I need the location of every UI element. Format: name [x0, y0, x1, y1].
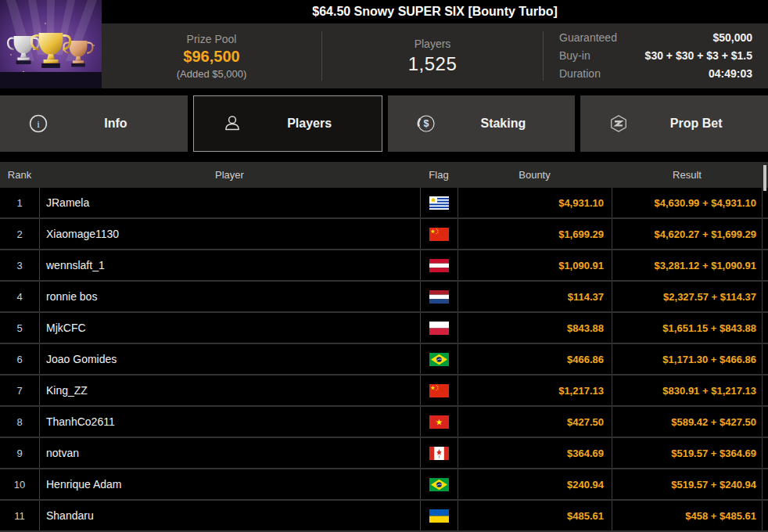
result-cell: $3,281.12 + $1,090.91 [612, 250, 763, 280]
prop-bet-icon [608, 113, 629, 134]
table-row[interactable]: 7King_ZZ$1,217.13$830.91 + $1,217.13 [0, 376, 768, 407]
svg-text:$: $ [423, 118, 429, 129]
table-row[interactable]: 10Henrique Adam$240.94$519.57 + $240.94 [0, 469, 768, 501]
column-header-flag: Flag [420, 169, 458, 181]
rank-cell: 3 [0, 250, 39, 280]
scrollbar-track [763, 219, 768, 249]
detail-row-buy-in: Buy-in$30 + $30 + $3 + $1.5 [559, 49, 752, 63]
players-table-body: 1JRamela$4,931.10$4,630.99 + $4,931.102X… [0, 188, 768, 532]
flag-cell [420, 344, 458, 374]
tournament-window: $64.50 Snowy SUPER SIX [Bounty Turbo] Pr… [0, 0, 768, 532]
flag-cell [420, 376, 458, 405]
tournament-header: $64.50 Snowy SUPER SIX [Bounty Turbo] Pr… [0, 0, 768, 88]
scrollbar-track [763, 313, 768, 343]
bounty-cell: $4,931.10 [458, 188, 612, 217]
player-name-cell: ronnie bos [39, 282, 420, 311]
flag-cell [420, 250, 458, 280]
rank-cell: 4 [0, 282, 39, 311]
flag-cell [420, 313, 458, 343]
header-right: $64.50 Snowy SUPER SIX [Bounty Turbo] Pr… [102, 0, 768, 88]
result-cell: $1,651.15 + $843.88 [612, 313, 763, 343]
player-name-cell: JRamela [39, 188, 420, 217]
players-value: 1,525 [408, 53, 458, 75]
player-name-cell: ThanhCo2611 [39, 407, 420, 437]
bounty-cell: $240.94 [458, 469, 612, 499]
prize-pool-added: (Added $5,000) [177, 68, 247, 80]
detail-value: $50,000 [712, 31, 752, 45]
table-row[interactable]: 5MjkCFC$843.88$1,651.15 + $843.88 [0, 313, 768, 344]
china-flag-icon [429, 384, 449, 397]
result-cell: $4,620.27 + $1,699.29 [612, 219, 763, 249]
table-row[interactable]: 9notvan$364.69$519.57 + $364.69 [0, 438, 768, 469]
result-cell: $458 + $485.61 [612, 501, 763, 530]
tournament-summary-panel: Prize Pool $96,500 (Added $5,000) Player… [102, 23, 768, 88]
detail-value: 04:49:03 [709, 67, 752, 81]
tournament-details-section: Guaranteed$50,000Buy-in$30 + $30 + $3 + … [544, 23, 768, 88]
result-cell: $4,630.99 + $4,931.10 [612, 188, 763, 217]
player-name-cell: MjkCFC [39, 313, 420, 343]
austria-flag-icon [429, 259, 449, 272]
rank-cell: 8 [0, 407, 39, 437]
china-flag-icon [429, 228, 449, 241]
tab-staking[interactable]: $Staking [388, 95, 576, 152]
player-name-cell: Joao Gomides [39, 344, 420, 374]
table-row[interactable]: 8ThanhCo2611$427.50$589.42 + $427.50 [0, 407, 768, 438]
table-row[interactable]: 1JRamela$4,931.10$4,630.99 + $4,931.10 [0, 188, 768, 219]
tab-bar: iInfoPlayers$StakingProp Bet [0, 95, 768, 152]
players-count-section: Players 1,525 [322, 23, 543, 88]
staking-icon: $ [416, 113, 436, 134]
uruguay-flag-icon [429, 196, 449, 210]
player-name-cell: Henrique Adam [39, 469, 420, 499]
scrollbar-thumb[interactable] [763, 165, 766, 191]
rank-cell: 5 [0, 313, 39, 343]
flag-cell [420, 219, 458, 249]
flag-cell [420, 501, 458, 530]
brazil-flag-icon [429, 353, 449, 366]
rank-cell: 7 [0, 376, 39, 405]
rank-cell: 11 [0, 501, 39, 530]
bounty-cell: $1,699.29 [458, 219, 612, 249]
flag-cell [420, 438, 458, 468]
bounty-cell: $364.69 [458, 438, 612, 468]
rank-cell: 6 [0, 344, 39, 374]
column-header-player: Player [39, 169, 420, 181]
table-row[interactable]: 2Xiaomage1130$1,699.29$4,620.27 + $1,699… [0, 219, 768, 250]
rank-cell: 1 [0, 188, 39, 217]
scrollbar-track [763, 501, 768, 530]
detail-label: Guaranteed [559, 31, 617, 45]
player-name-cell: notvan [39, 438, 420, 468]
column-header-result: Result [612, 169, 763, 181]
scrollbar-track [763, 469, 768, 499]
scrollbar-track [763, 344, 768, 374]
bounty-cell: $843.88 [458, 313, 612, 343]
tab-info[interactable]: iInfo [0, 95, 188, 152]
column-header-rank: Rank [0, 169, 39, 181]
canada-flag-icon [429, 447, 449, 460]
rank-cell: 2 [0, 219, 39, 249]
info-icon: i [28, 113, 48, 134]
bounty-cell: $427.50 [458, 407, 612, 437]
table-row[interactable]: 4ronnie bos$114.37$2,327.57 + $114.37 [0, 282, 768, 313]
rank-cell: 9 [0, 438, 39, 468]
detail-label: Buy-in [559, 49, 590, 63]
trophy-image [0, 0, 102, 88]
table-row[interactable]: 11Shandaru$485.61$458 + $485.61 [0, 501, 768, 532]
vietnam-flag-icon [429, 415, 449, 429]
flag-cell [420, 407, 458, 437]
players-table-header: RankPlayerFlagBountyResult [0, 162, 768, 188]
tournament-title: $64.50 Snowy SUPER SIX [Bounty Turbo] [102, 0, 768, 23]
rank-cell: 10 [0, 469, 39, 499]
bounty-cell: $1,217.13 [458, 376, 612, 405]
flag-cell [420, 469, 458, 499]
table-row[interactable]: 6Joao Gomides$466.86$1,171.30 + $466.86 [0, 344, 768, 376]
scrollbar-track [763, 376, 768, 405]
bounty-cell: $485.61 [458, 501, 612, 530]
detail-row-duration: Duration04:49:03 [559, 67, 752, 81]
tab-players[interactable]: Players [193, 95, 382, 152]
poland-flag-icon [429, 322, 449, 335]
tab-prop-bet[interactable]: Prop Bet [580, 95, 768, 152]
flag-cell [420, 282, 458, 311]
table-row[interactable]: 3wennslaft_1$1,090.91$3,281.12 + $1,090.… [0, 250, 768, 282]
player-name-cell: Shandaru [39, 501, 420, 530]
trophies-graphic [0, 0, 102, 88]
